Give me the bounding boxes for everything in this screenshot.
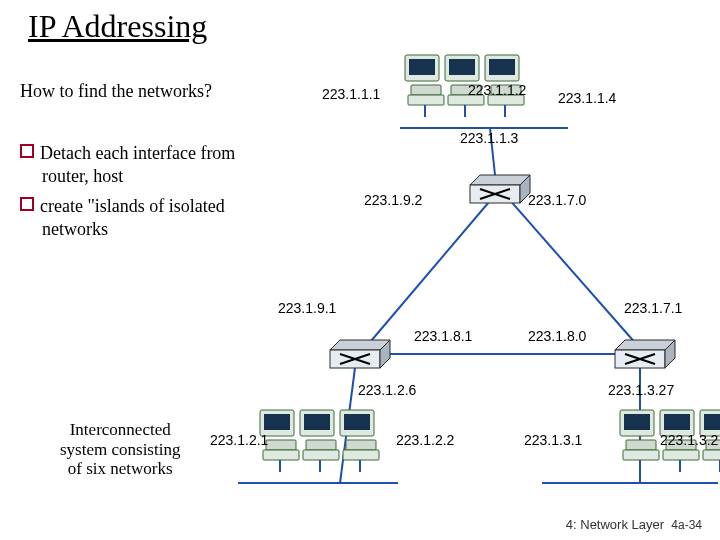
ip-label: 223.1.3.1 xyxy=(524,432,582,448)
ip-label: 223.1.2.6 xyxy=(358,382,416,398)
router-top xyxy=(470,175,530,203)
ip-label: 223.1.2.1 xyxy=(210,432,268,448)
footer-page: 4a-34 xyxy=(671,518,702,532)
bullet-list: Detach each interface from router, host … xyxy=(20,140,280,248)
ip-label: 223.1.3.2 xyxy=(660,432,718,448)
pc-cluster-left xyxy=(260,410,379,472)
ip-label: 223.1.7.0 xyxy=(528,192,586,208)
ip-label: 223.1.8.0 xyxy=(528,328,586,344)
ip-label: 223.1.1.3 xyxy=(460,130,518,146)
sub-caption-line: system consisting xyxy=(60,440,180,460)
footer-chapter: 4: Network Layer xyxy=(566,517,664,532)
ip-label: 223.1.7.1 xyxy=(624,300,682,316)
ip-label: 223.1.2.2 xyxy=(396,432,454,448)
ip-label: 223.1.1.2 xyxy=(468,82,526,98)
lead-text: How to find the networks? xyxy=(20,80,280,103)
bullet-item: create "islands of isolated networks xyxy=(20,195,280,240)
bullet-item: Detach each interface from router, host xyxy=(20,142,280,187)
ip-label: 223.1.8.1 xyxy=(414,328,472,344)
bullet-text: create "islands of isolated networks xyxy=(40,196,225,239)
sub-caption-line: of six networks xyxy=(60,459,180,479)
ip-label: 223.1.9.1 xyxy=(278,300,336,316)
footer: 4: Network Layer 4a-34 xyxy=(566,517,702,532)
sub-caption: Interconnected system consisting of six … xyxy=(60,420,180,479)
ip-label: 223.1.9.2 xyxy=(364,192,422,208)
bullet-marker xyxy=(20,144,34,158)
bullet-marker xyxy=(20,197,34,211)
ip-label: 223.1.1.1 xyxy=(322,86,380,102)
router-right xyxy=(615,340,675,368)
ip-label: 223.1.1.4 xyxy=(558,90,616,106)
sub-caption-line: Interconnected xyxy=(60,420,180,440)
bullet-text: Detach each interface from router, host xyxy=(40,143,235,186)
page-title: IP Addressing xyxy=(28,8,207,45)
ip-label: 223.1.3.27 xyxy=(608,382,674,398)
router-left xyxy=(330,340,390,368)
